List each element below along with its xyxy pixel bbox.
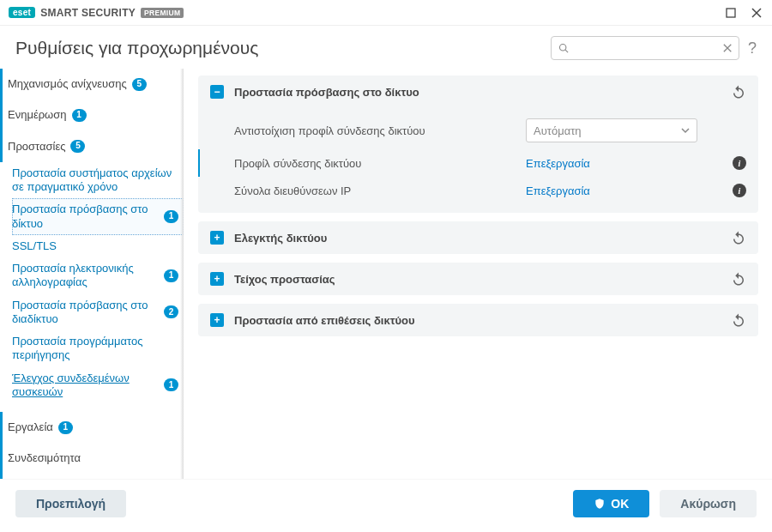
panel-title: Προστασία από επιθέσεις δικτύου	[234, 314, 415, 327]
panel-title: Ελεγκτής δικτύου	[234, 232, 327, 245]
panel-firewall: + Τείχος προστασίας	[198, 263, 758, 295]
count-badge: 5	[70, 140, 85, 153]
cancel-button[interactable]: Ακύρωση	[660, 490, 757, 517]
panel-title: Προστασία πρόσβασης στο δίκτυο	[234, 86, 419, 99]
sidebar-item-email[interactable]: Προστασία ηλεκτρονικής αλληλογραφίας 1	[12, 257, 184, 294]
panel-title: Τείχος προστασίας	[234, 273, 335, 286]
row-label: Προφίλ σύνδεσης δικτύου	[234, 157, 517, 170]
sidebar-item-label: SSL/TLS	[12, 239, 57, 253]
default-button[interactable]: Προεπιλογή	[15, 490, 126, 517]
panel-network-access: − Προστασία πρόσβασης στο δίκτυο Αντιστο…	[198, 76, 758, 213]
count-badge: 1	[72, 109, 87, 122]
main-content: − Προστασία πρόσβασης στο δίκτυο Αντιστο…	[184, 69, 772, 479]
undo-icon[interactable]	[731, 84, 746, 100]
panel-network-attack: + Προστασία από επιθέσεις δικτύου	[198, 304, 758, 336]
undo-icon[interactable]	[731, 271, 746, 287]
count-badge: 2	[164, 305, 178, 318]
search-box[interactable]	[551, 36, 739, 60]
chevron-down-icon	[681, 126, 690, 135]
sidebar-item-label: Συνδεσιμότητα	[8, 451, 81, 465]
sidebar-item-protections[interactable]: Προστασίες 5	[0, 131, 184, 162]
ok-button[interactable]: OK	[573, 490, 649, 517]
brand-name: SMART SECURITY	[40, 7, 136, 19]
header: Ρυθμίσεις για προχωρημένους ?	[0, 26, 772, 69]
sidebar-item-ssl-tls[interactable]: SSL/TLS	[12, 235, 184, 257]
count-badge: 1	[164, 210, 178, 223]
sidebar-item-label: Μηχανισμός ανίχνευσης	[8, 77, 127, 91]
search-input[interactable]	[574, 42, 718, 55]
panel-toggle[interactable]: + Ελεγκτής δικτύου	[198, 221, 758, 254]
edit-link[interactable]: Επεξεργασία	[526, 157, 590, 170]
sidebar-item-label: Προστασία πρόσβασης στο διαδίκτυο	[12, 299, 159, 327]
panel-toggle[interactable]: − Προστασία πρόσβασης στο δίκτυο	[198, 76, 758, 108]
sidebar-item-label: Προστασία ηλεκτρονικής αλληλογραφίας	[12, 262, 159, 290]
help-icon[interactable]: ?	[748, 39, 757, 57]
page-title: Ρυθμίσεις για προχωρημένους	[15, 38, 258, 58]
window-close-icon[interactable]	[750, 6, 763, 20]
sidebar-item-browser[interactable]: Προστασία προγράμματος περιήγησης	[12, 330, 184, 367]
button-label: Προεπιλογή	[36, 497, 106, 511]
sidebar-item-network-access[interactable]: Προστασία πρόσβασης στο δίκτυο 1	[12, 198, 184, 235]
panel-toggle[interactable]: + Τείχος προστασίας	[198, 263, 758, 295]
button-label: OK	[611, 497, 629, 511]
titlebar: eset SMART SECURITY PREMIUM	[0, 0, 772, 26]
brand: eset SMART SECURITY PREMIUM	[9, 7, 184, 19]
panel-toggle[interactable]: + Προστασία από επιθέσεις δικτύου	[198, 304, 758, 336]
row-label: Σύνολα διευθύνσεων IP	[234, 184, 517, 197]
info-icon[interactable]: i	[733, 184, 746, 197]
undo-icon[interactable]	[731, 312, 746, 328]
sidebar-item-detection[interactable]: Μηχανισμός ανίχνευσης 5	[0, 69, 184, 100]
row-ip-sets: Σύνολα διευθύνσεων IP Επεξεργασία i	[198, 177, 746, 204]
count-badge: 1	[164, 378, 178, 391]
search-icon	[558, 42, 569, 54]
sidebar-item-label: Έλεγχος συνδεδεμένων συσκευών	[12, 372, 159, 400]
expand-icon: +	[210, 313, 224, 327]
count-badge: 5	[132, 78, 147, 91]
edit-link[interactable]: Επεξεργασία	[526, 184, 590, 197]
sidebar: Μηχανισμός ανίχνευσης 5 Ενημέρωση 1 Προσ…	[0, 69, 184, 479]
sidebar-item-label: Προστασία πρόσβασης στο δίκτυο	[12, 203, 159, 231]
sidebar-item-label: Εργαλεία	[8, 420, 53, 434]
sidebar-item-label: Προστασίες	[8, 140, 65, 154]
count-badge: 1	[164, 269, 178, 282]
expand-icon: +	[210, 272, 224, 286]
button-label: Ακύρωση	[680, 497, 736, 511]
panel-network-inspector: + Ελεγκτής δικτύου	[198, 221, 758, 254]
undo-icon[interactable]	[731, 230, 746, 245]
svg-line-4	[565, 50, 568, 52]
row-network-profile: Προφίλ σύνδεσης δικτύου Επεξεργασία i	[198, 149, 746, 177]
row-profile-match: Αντιστοίχιση προφίλ σύνδεσης δικτύου Αυτ…	[198, 112, 746, 149]
footer: Προεπιλογή OK Ακύρωση	[0, 479, 772, 527]
collapse-icon: −	[210, 85, 224, 99]
sidebar-item-web-access[interactable]: Προστασία πρόσβασης στο διαδίκτυο 2	[12, 294, 184, 331]
sidebar-item-device-control[interactable]: Έλεγχος συνδεδεμένων συσκευών 1	[12, 367, 184, 404]
profile-match-select[interactable]: Αυτόματη	[526, 118, 697, 142]
sidebar-item-realtime-fs[interactable]: Προστασία συστήματος αρχείων σε πραγματι…	[12, 162, 184, 199]
brand-badge: eset	[9, 7, 35, 18]
count-badge: 1	[58, 421, 73, 434]
sidebar-item-connectivity[interactable]: Συνδεσιμότητα	[0, 443, 184, 474]
window-maximize-icon[interactable]	[724, 6, 738, 20]
sidebar-item-tools[interactable]: Εργαλεία 1	[0, 412, 184, 443]
sidebar-item-label: Προστασία προγράμματος περιήγησης	[12, 335, 178, 363]
row-label: Αντιστοίχιση προφίλ σύνδεσης δικτύου	[234, 124, 517, 137]
sidebar-item-label: Προστασία συστήματος αρχείων σε πραγματι…	[12, 166, 178, 195]
clear-icon[interactable]	[723, 43, 732, 53]
sidebar-item-update[interactable]: Ενημέρωση 1	[0, 100, 184, 130]
shield-icon	[594, 498, 606, 510]
info-icon[interactable]: i	[733, 156, 746, 170]
svg-rect-0	[727, 9, 735, 17]
sidebar-item-label: Ενημέρωση	[8, 108, 67, 122]
svg-point-3	[559, 45, 565, 51]
sidebar-item-ui[interactable]: Περιβάλλον χρήστη 2	[0, 475, 184, 480]
expand-icon: +	[210, 231, 224, 245]
select-value: Αυτόματη	[534, 124, 582, 137]
brand-tier: PREMIUM	[141, 8, 184, 18]
